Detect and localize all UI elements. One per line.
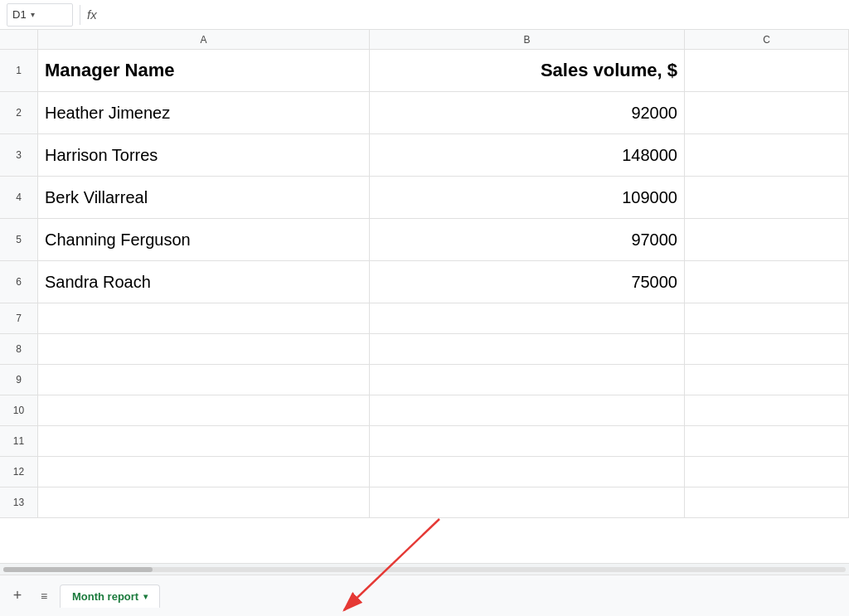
table-row: 5 Channing Ferguson 97000 — [0, 219, 849, 261]
row-number: 10 — [0, 395, 38, 425]
cell-a-2[interactable]: Heather Jimenez — [38, 92, 370, 133]
cell-b-2[interactable]: 92000 — [370, 92, 685, 133]
cell-a-5[interactable]: Channing Ferguson — [38, 219, 370, 260]
row-number: 11 — [0, 426, 38, 456]
empty-row: 9 — [0, 365, 849, 395]
table-row: 2 Heather Jimenez 92000 — [0, 92, 849, 134]
cell-a-8[interactable] — [38, 334, 370, 364]
cell-a-10[interactable] — [38, 395, 370, 425]
cell-c-10[interactable] — [685, 395, 849, 425]
table-row: 6 Sandra Roach 75000 — [0, 261, 849, 303]
cell-a-11[interactable] — [38, 426, 370, 456]
row-number: 3 — [0, 134, 38, 176]
cell-c-1[interactable] — [685, 50, 849, 91]
cell-b-13[interactable] — [370, 487, 685, 517]
cell-b-6[interactable]: 75000 — [370, 261, 685, 303]
column-headers: A B C — [0, 30, 849, 50]
cell-c-9[interactable] — [685, 365, 849, 395]
scrollbar-track[interactable] — [3, 567, 846, 572]
cell-c-5[interactable] — [685, 219, 849, 260]
formula-input[interactable] — [104, 8, 842, 21]
cell-b-10[interactable] — [370, 395, 685, 425]
cell-c-13[interactable] — [685, 487, 849, 517]
col-header-b[interactable]: B — [370, 30, 685, 49]
cell-c-3[interactable] — [685, 134, 849, 176]
col-header-a[interactable]: A — [38, 30, 370, 49]
row-number: 5 — [0, 219, 38, 260]
cell-a-12[interactable] — [38, 457, 370, 487]
fx-icon: fx — [87, 7, 97, 22]
table-row: 1 Manager Name Sales volume, $ — [0, 50, 849, 92]
col-header-c[interactable]: C — [685, 30, 849, 49]
horizontal-scrollbar[interactable] — [0, 563, 849, 575]
cell-b-4[interactable]: 109000 — [370, 177, 685, 218]
cell-b-11[interactable] — [370, 426, 685, 456]
cell-a-1[interactable]: Manager Name — [38, 50, 370, 91]
cell-b-12[interactable] — [370, 457, 685, 487]
grid-area: A B C 1 Manager Name Sales volume, $ 2 H… — [0, 30, 849, 563]
cell-reference-box[interactable]: D1 ▾ — [7, 3, 73, 27]
cell-a-4[interactable]: Berk Villarreal — [38, 177, 370, 218]
empty-row: 8 — [0, 334, 849, 365]
add-icon: + — [13, 587, 22, 604]
cell-c-2[interactable] — [685, 92, 849, 133]
row-number: 8 — [0, 334, 38, 364]
sheet-tab-month-report[interactable]: Month report ▾ — [60, 584, 160, 608]
sheet-list-button[interactable]: ≡ — [33, 585, 55, 607]
row-number: 6 — [0, 261, 38, 303]
spreadsheet-container: A B C 1 Manager Name Sales volume, $ 2 H… — [0, 30, 849, 563]
formula-divider — [80, 5, 80, 25]
empty-row: 12 — [0, 457, 849, 487]
cell-b-9[interactable] — [370, 365, 685, 395]
empty-row: 11 — [0, 426, 849, 457]
table-row: 4 Berk Villarreal 109000 — [0, 177, 849, 219]
grid-rows: 1 Manager Name Sales volume, $ 2 Heather… — [0, 50, 849, 563]
formula-bar: D1 ▾ fx — [0, 0, 849, 30]
sheet-tab-label: Month report — [72, 590, 138, 603]
empty-row: 10 — [0, 395, 849, 426]
cell-ref-value: D1 — [12, 8, 27, 21]
cell-b-7[interactable] — [370, 303, 685, 333]
cell-a-13[interactable] — [38, 487, 370, 517]
cell-ref-dropdown-icon[interactable]: ▾ — [27, 4, 40, 26]
row-number: 12 — [0, 457, 38, 487]
list-icon: ≡ — [41, 589, 47, 603]
row-number: 7 — [0, 303, 38, 333]
cell-a-3[interactable]: Harrison Torres — [38, 134, 370, 176]
row-number: 13 — [0, 487, 38, 517]
cell-b-3[interactable]: 148000 — [370, 134, 685, 176]
add-sheet-button[interactable]: + — [7, 585, 28, 607]
empty-row: 7 — [0, 303, 849, 334]
cell-c-8[interactable] — [685, 334, 849, 364]
cell-b-1[interactable]: Sales volume, $ — [370, 50, 685, 91]
cell-a-7[interactable] — [38, 303, 370, 333]
cell-b-8[interactable] — [370, 334, 685, 364]
cell-c-11[interactable] — [685, 426, 849, 456]
row-number: 2 — [0, 92, 38, 133]
sheet-tabs-bar: + ≡ Month report ▾ — [0, 575, 849, 616]
row-number: 4 — [0, 177, 38, 218]
row-number: 9 — [0, 365, 38, 395]
empty-row: 13 — [0, 487, 849, 518]
cell-c-4[interactable] — [685, 177, 849, 218]
cell-b-5[interactable]: 97000 — [370, 219, 685, 260]
scrollbar-thumb[interactable] — [3, 567, 153, 572]
cell-a-9[interactable] — [38, 365, 370, 395]
cell-c-7[interactable] — [685, 303, 849, 333]
cell-a-6[interactable]: Sandra Roach — [38, 261, 370, 303]
row-number: 1 — [0, 50, 38, 91]
cell-c-6[interactable] — [685, 261, 849, 303]
cell-c-12[interactable] — [685, 457, 849, 487]
table-row: 3 Harrison Torres 148000 — [0, 134, 849, 177]
row-num-header — [0, 30, 38, 49]
sheet-tab-dropdown-icon[interactable]: ▾ — [143, 592, 148, 601]
spreadsheet-wrapper: A B C 1 Manager Name Sales volume, $ 2 H… — [0, 30, 849, 616]
